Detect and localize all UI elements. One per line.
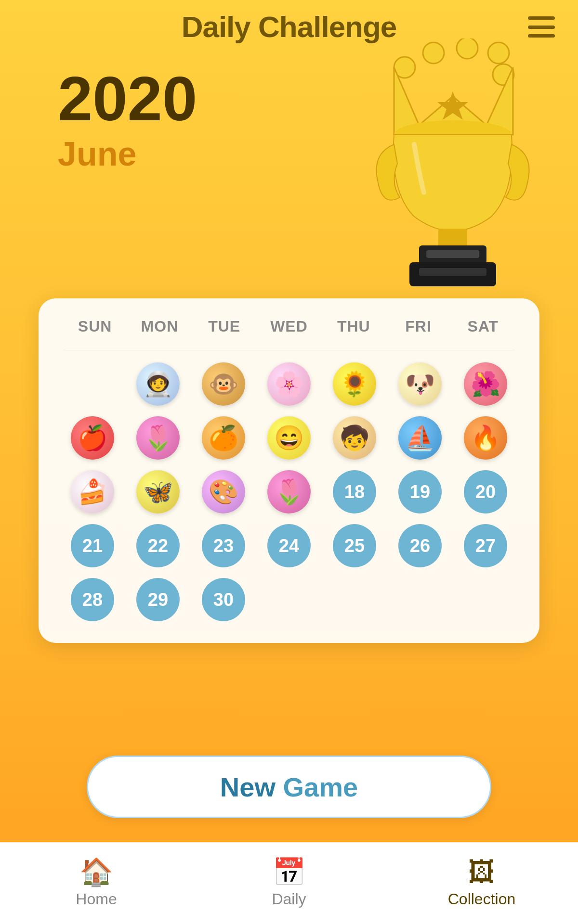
month-display: June [58,135,197,173]
calendar-cell[interactable]: 🐵 [194,360,253,408]
nav-home[interactable]: 🏠 Home [0,859,193,908]
bottom-navigation: 🏠 Home 📅 Daily 🖼 Collection [0,842,578,924]
calendar-cell[interactable]: 23 [194,522,253,570]
day-header-fri: FRI [386,318,450,335]
year-section: 2020 June [58,67,197,173]
day-header-thu: THU [321,318,386,335]
calendar-cell[interactable]: 🦋 [128,468,188,516]
calendar-day-number[interactable]: 28 [71,578,114,621]
calendar-day-number[interactable]: 21 [71,524,114,567]
calendar-cell[interactable]: 20 [456,468,515,516]
calendar-day-number[interactable]: 19 [398,470,442,513]
calendar-cell[interactable]: 21 [63,522,122,570]
nav-collection[interactable]: 🖼 Collection [385,859,578,908]
calendar-day-number[interactable]: 25 [333,524,376,567]
calendar-day-number[interactable]: 30 [202,578,245,621]
calendar-cell[interactable]: 🎨 [194,468,253,516]
calendar-cell[interactable]: 30 [194,576,253,624]
nav-collection-label: Collection [448,890,516,908]
calendar-grid: 🧑‍🚀🐵🌸🌻🐶🌺🍎🌷🍊😄🧒⛵🔥🍰🦋🎨🌷181920212223242526272… [63,360,515,624]
calendar-cell[interactable]: 24 [259,522,319,570]
day-header-wed: WED [257,318,321,335]
calendar-cell[interactable]: 25 [325,522,384,570]
calendar-cell[interactable]: 🌻 [325,360,384,408]
calendar-day-number[interactable]: 18 [333,470,376,513]
nav-daily-label: Daily [272,890,306,908]
page-title: Daily Challenge [182,10,397,44]
calendar-cell[interactable]: 🌸 [259,360,319,408]
new-game-button[interactable]: New Game [87,756,491,818]
calendar-cell [325,576,384,624]
calendar-cell[interactable]: 19 [390,468,450,516]
svg-point-3 [488,42,509,64]
calendar-cell[interactable]: 😄 [259,414,319,462]
collection-icon: 🖼 [468,859,495,886]
calendar-cell[interactable]: 26 [390,522,450,570]
calendar-day-headers: SUN MON TUE WED THU FRI SAT [63,318,515,335]
trophy-display [376,38,530,289]
calendar-cell[interactable]: 27 [456,522,515,570]
calendar-cell[interactable]: 🍰 [63,468,122,516]
calendar-day-number[interactable]: 27 [464,524,507,567]
svg-rect-12 [419,268,486,276]
calendar-day-number[interactable]: 24 [267,524,311,567]
calendar-cell[interactable]: 28 [63,576,122,624]
calendar-cell[interactable]: 29 [128,576,188,624]
calendar-cell[interactable]: 🌷 [259,468,319,516]
day-header-tue: TUE [192,318,257,335]
svg-rect-8 [438,229,467,248]
daily-icon: 📅 [272,859,306,886]
calendar-cell[interactable]: 🔥 [456,414,515,462]
menu-button[interactable] [524,13,559,40]
menu-line-3 [528,34,555,38]
day-header-sat: SAT [451,318,515,335]
calendar-cell [390,576,450,624]
calendar-cell[interactable]: 🍎 [63,414,122,462]
calendar-day-number[interactable]: 20 [464,470,507,513]
calendar-cell [456,576,515,624]
calendar-day-number[interactable]: 26 [398,524,442,567]
calendar-cell[interactable]: 🐶 [390,360,450,408]
calendar-cell [63,360,122,408]
new-word: New [220,772,276,802]
calendar-cell[interactable]: 18 [325,468,384,516]
nav-home-label: Home [76,890,117,908]
calendar-cell[interactable]: 🧑‍🚀 [128,360,188,408]
menu-line-1 [528,16,555,20]
menu-line-2 [528,26,555,29]
day-header-mon: MON [127,318,192,335]
calendar-cell[interactable]: 🍊 [194,414,253,462]
nav-daily[interactable]: 📅 Daily [193,859,385,908]
calendar-day-number[interactable]: 22 [136,524,180,567]
day-header-sun: SUN [63,318,127,335]
calendar-cell[interactable]: 22 [128,522,188,570]
game-word: Game [276,772,358,802]
calendar-cell[interactable]: 🌺 [456,360,515,408]
calendar-card: SUN MON TUE WED THU FRI SAT 🧑‍🚀🐵🌸🌻🐶🌺🍎🌷🍊😄… [39,298,539,643]
svg-point-1 [423,42,444,64]
calendar-cell [259,576,319,624]
svg-rect-10 [426,250,479,258]
calendar-day-number[interactable]: 29 [136,578,180,621]
calendar-day-number[interactable]: 23 [202,524,245,567]
calendar-cell[interactable]: 🌷 [128,414,188,462]
year-display: 2020 [58,67,197,130]
home-icon: 🏠 [79,859,113,886]
svg-point-2 [457,38,478,59]
new-game-label: New Game [220,771,358,803]
calendar-cell[interactable]: 🧒 [325,414,384,462]
calendar-cell[interactable]: ⛵ [390,414,450,462]
